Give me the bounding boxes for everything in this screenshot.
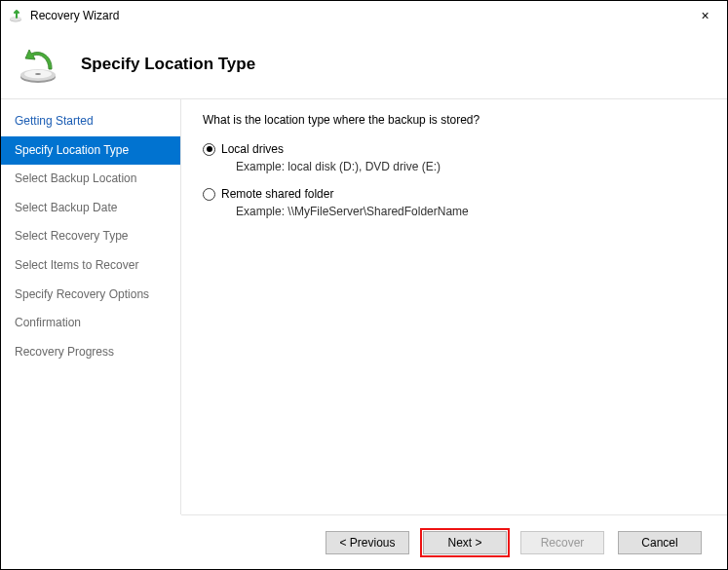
next-button[interactable]: Next > [423, 531, 507, 554]
step-specify-location-type[interactable]: Specify Location Type [1, 136, 180, 166]
option-label-remote: Remote shared folder [221, 187, 333, 201]
main-panel: What is the location type where the back… [181, 99, 727, 514]
window-title: Recovery Wizard [30, 9, 683, 22]
svg-point-5 [35, 73, 41, 75]
step-confirmation: Confirmation [1, 309, 180, 338]
cancel-button[interactable]: Cancel [618, 531, 702, 554]
wizard-header: Specify Location Type [1, 30, 727, 98]
step-specify-recovery-options: Specify Recovery Options [1, 281, 180, 310]
option-label-local: Local drives [221, 142, 284, 156]
title-bar: Recovery Wizard × [1, 1, 727, 30]
app-icon [9, 8, 24, 23]
radio-remote-shared[interactable] [203, 188, 215, 201]
step-select-items-to-recover: Select Items to Recover [1, 251, 180, 281]
option-local-drives[interactable]: Local drives [203, 142, 706, 156]
content-area: Getting Started Specify Location Type Se… [1, 98, 727, 514]
step-getting-started[interactable]: Getting Started [1, 107, 180, 136]
example-remote: Example: \\MyFileServer\SharedFolderName [236, 205, 706, 218]
recovery-icon [19, 42, 63, 87]
example-local: Example: local disk (D:), DVD drive (E:) [236, 160, 706, 173]
step-recovery-progress: Recovery Progress [1, 338, 180, 367]
step-select-backup-location: Select Backup Location [1, 165, 180, 194]
prompt-text: What is the location type where the back… [203, 113, 706, 127]
recover-button: Recover [520, 531, 604, 554]
wizard-footer: < Previous Next > Recover Cancel [181, 514, 727, 569]
page-title: Specify Location Type [81, 55, 255, 74]
wizard-steps-sidebar: Getting Started Specify Location Type Se… [1, 99, 181, 514]
radio-local-drives[interactable] [203, 143, 215, 156]
step-select-backup-date: Select Backup Date [1, 194, 180, 223]
previous-button[interactable]: < Previous [326, 531, 409, 554]
close-button[interactable]: × [683, 1, 727, 30]
step-select-recovery-type: Select Recovery Type [1, 222, 180, 251]
option-remote-shared-folder[interactable]: Remote shared folder [203, 187, 706, 201]
